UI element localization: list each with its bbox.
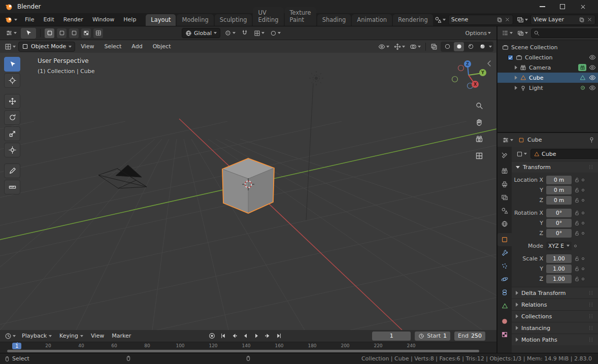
tab-output[interactable] xyxy=(497,178,512,191)
outliner-item-label[interactable]: Camera xyxy=(529,64,576,71)
motion-paths-panel-header[interactable]: Motion Paths xyxy=(512,334,598,345)
snap-settings-dropdown[interactable] xyxy=(252,29,266,38)
tool-measure[interactable] xyxy=(4,180,20,194)
axis-neg-x-ball[interactable] xyxy=(458,65,464,71)
outliner-item-label[interactable]: Collection xyxy=(525,54,586,61)
tab-modeling[interactable]: Modeling xyxy=(177,14,213,26)
scene-name-field[interactable]: Scene xyxy=(448,15,513,25)
active-tool-button[interactable] xyxy=(21,28,36,39)
tab-texture-paint[interactable]: Texture Paint xyxy=(285,7,316,26)
tab-shading[interactable]: Shading xyxy=(317,14,351,26)
menu-view[interactable]: View xyxy=(76,40,98,53)
animate-dot[interactable] xyxy=(582,278,584,280)
tab-animation[interactable]: Animation xyxy=(352,14,392,26)
prev-keyframe-button[interactable] xyxy=(229,332,239,341)
transform-panel-header[interactable]: Transform xyxy=(512,161,598,173)
tool-scale[interactable] xyxy=(4,126,20,141)
outliner-search[interactable] xyxy=(531,28,598,38)
menu-add[interactable]: Add xyxy=(127,40,147,53)
xray-toggle[interactable] xyxy=(429,42,439,51)
close-button[interactable] xyxy=(573,0,593,13)
overlays-dropdown[interactable] xyxy=(408,42,422,51)
relations-panel-header[interactable]: Relations xyxy=(512,299,598,310)
auto-keying-button[interactable] xyxy=(207,332,217,341)
select-mode-subtract-button[interactable] xyxy=(69,28,79,38)
playhead-frame-badge[interactable]: 1 xyxy=(12,343,21,349)
editor-type-button[interactable] xyxy=(4,28,18,38)
object-browse-button[interactable] xyxy=(515,150,528,158)
outliner-row-camera[interactable]: Camera xyxy=(497,62,598,73)
animate-dot[interactable] xyxy=(582,189,584,191)
frame-start-field[interactable]: Start 1 xyxy=(415,332,450,341)
select-mode-set-button[interactable] xyxy=(45,28,54,38)
delta-transform-panel-header[interactable]: Delta Transform xyxy=(512,287,598,299)
tab-render[interactable] xyxy=(497,164,512,178)
instancing-panel-header[interactable]: Instancing xyxy=(512,322,598,334)
viewport-3d[interactable]: Z Y X User Perspective (1) Collection | … xyxy=(0,53,496,330)
tab-modifiers[interactable] xyxy=(497,246,512,259)
gizmos-dropdown[interactable] xyxy=(392,42,407,51)
proportional-edit-toggle[interactable] xyxy=(269,29,282,38)
hide-eye-icon[interactable] xyxy=(588,74,596,81)
tab-texture[interactable] xyxy=(497,328,512,341)
timeline-editor-type-button[interactable] xyxy=(3,332,17,341)
outliner-display-mode-dropdown[interactable] xyxy=(516,29,529,38)
location-z-field[interactable]: 0 m xyxy=(546,196,572,205)
select-mode-intersect-button[interactable] xyxy=(93,28,103,38)
visibility-dropdown[interactable] xyxy=(377,42,391,51)
lock-open-icon[interactable] xyxy=(574,220,580,226)
viewport-editor-type-button[interactable] xyxy=(3,42,17,51)
jump-to-start-button[interactable] xyxy=(218,332,228,341)
menu-file[interactable]: File xyxy=(20,13,39,26)
outliner-row-scene-collection[interactable]: Scene Collection xyxy=(497,42,598,52)
shading-rendered-button[interactable] xyxy=(477,42,487,51)
collections-panel-header[interactable]: Collections xyxy=(512,310,598,322)
axis-neg-y-ball[interactable] xyxy=(452,77,458,82)
view-menu[interactable]: View xyxy=(88,331,107,341)
mode-dropdown[interactable]: Object Mode xyxy=(18,42,75,52)
rotation-y-field[interactable]: 0° xyxy=(546,219,572,227)
remove-view-layer-icon[interactable] xyxy=(587,17,592,22)
cube-object[interactable] xyxy=(222,158,274,213)
blender-app-menu[interactable] xyxy=(2,16,20,23)
tab-particles[interactable] xyxy=(497,259,512,273)
lock-open-icon[interactable] xyxy=(574,266,580,272)
tool-annotate[interactable] xyxy=(4,163,20,178)
hide-eye-icon[interactable] xyxy=(588,84,596,91)
tool-rotate[interactable] xyxy=(4,110,20,125)
outliner-row-collection[interactable]: Collection xyxy=(497,52,598,62)
lock-open-icon[interactable] xyxy=(574,210,580,216)
axis-gizmo[interactable]: Z Y X xyxy=(452,60,487,89)
scene-browse-button[interactable] xyxy=(433,15,447,24)
select-mode-extend-button[interactable] xyxy=(57,28,67,38)
outliner-item-label[interactable]: Light xyxy=(529,85,577,91)
select-mode-invert-button[interactable] xyxy=(81,28,91,38)
tab-world[interactable] xyxy=(497,217,512,230)
rotation-z-field[interactable]: 0° xyxy=(546,229,572,238)
scale-y-field[interactable]: 1.00 xyxy=(546,264,572,273)
keying-menu[interactable]: Keying xyxy=(56,331,86,341)
animate-dot[interactable] xyxy=(582,232,584,235)
tool-transform[interactable] xyxy=(4,143,20,157)
lock-open-icon[interactable] xyxy=(574,230,580,236)
tab-material[interactable] xyxy=(497,315,512,328)
object-name-field[interactable] xyxy=(530,149,598,159)
shading-solid-button[interactable] xyxy=(454,42,464,51)
animate-dot[interactable] xyxy=(582,179,584,181)
tool-cursor[interactable] xyxy=(4,73,20,88)
tab-tool[interactable] xyxy=(497,149,512,162)
unlink-scene-icon[interactable] xyxy=(505,17,510,22)
perspective-toggle-button[interactable] xyxy=(474,151,484,161)
next-keyframe-button[interactable] xyxy=(262,332,273,341)
expand-arrow-icon[interactable] xyxy=(515,86,517,90)
animate-dot[interactable] xyxy=(582,199,584,202)
camera-view-button[interactable] xyxy=(474,134,484,144)
animate-dot[interactable] xyxy=(582,268,584,270)
menu-help[interactable]: Help xyxy=(119,13,141,26)
location-y-field[interactable]: 0 m xyxy=(546,186,572,194)
menu-render[interactable]: Render xyxy=(59,13,88,26)
scale-x-field[interactable]: 1.00 xyxy=(546,254,572,263)
tab-physics[interactable] xyxy=(497,273,512,286)
zoom-button[interactable] xyxy=(474,101,484,111)
object-name-input[interactable] xyxy=(542,151,598,157)
